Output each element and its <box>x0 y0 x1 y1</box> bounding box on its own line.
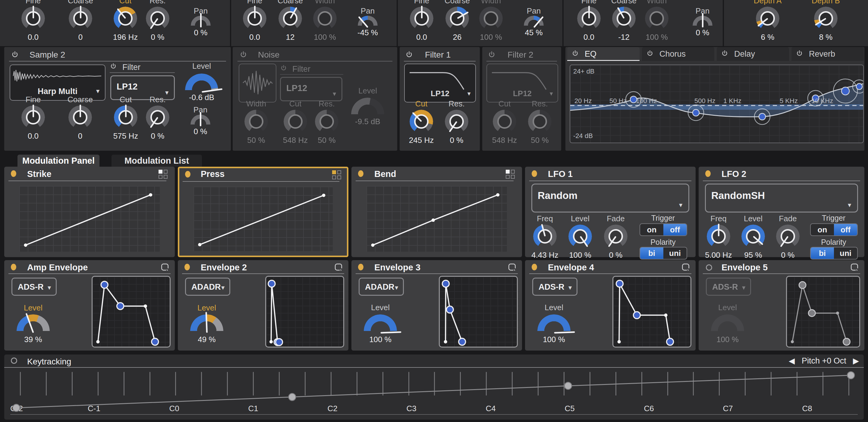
fade-knob[interactable] <box>776 224 800 248</box>
tab-modulation-panel[interactable]: Modulation Panel <box>18 155 99 167</box>
grid-view-icon[interactable] <box>506 170 515 179</box>
strike-panel[interactable]: Strike <box>4 167 175 257</box>
power-icon[interactable] <box>571 50 579 57</box>
fade-knob[interactable] <box>604 224 627 248</box>
trigger-off-button[interactable]: off <box>834 224 857 235</box>
loop-icon[interactable] <box>334 263 343 272</box>
cut-knob[interactable] <box>493 110 516 133</box>
tab-modulation-list[interactable]: Modulation List <box>112 155 202 167</box>
fine-knob[interactable] <box>22 7 45 30</box>
tab-reverb[interactable]: Reverb <box>792 47 864 61</box>
pan-gauge[interactable] <box>358 16 378 26</box>
trigger-toggle[interactable]: on off <box>640 223 687 236</box>
power-icon[interactable] <box>721 50 728 57</box>
trigger-toggle[interactable]: on off <box>810 223 858 236</box>
freq-knob[interactable] <box>533 224 557 248</box>
loop-icon[interactable] <box>507 263 517 272</box>
bend-curve-graph[interactable] <box>367 186 507 252</box>
level-knob[interactable] <box>568 224 592 248</box>
polarity-bi-button[interactable]: bi <box>640 247 663 259</box>
polarity-bi-button[interactable]: bi <box>811 247 834 259</box>
power-icon[interactable] <box>11 51 19 59</box>
loop-icon[interactable] <box>681 263 690 272</box>
grid-view-icon[interactable] <box>332 170 341 179</box>
polarity-toggle[interactable]: bi uni <box>640 247 687 260</box>
env-level-gauge[interactable] <box>364 314 397 331</box>
polarity-uni-button[interactable]: uni <box>663 247 687 259</box>
trigger-on-button[interactable]: on <box>640 224 663 235</box>
eq-graph[interactable]: 24+ dB -24 dB 20 Hz 50 Hz 100 Hz 500 Hz … <box>569 64 864 143</box>
polarity-uni-button[interactable]: uni <box>834 247 857 259</box>
res-knob[interactable] <box>146 106 169 129</box>
coarse-knob[interactable] <box>68 106 92 129</box>
tab-delay[interactable]: Delay <box>717 47 789 61</box>
filter-curve-display[interactable]: LP12 ▼ <box>487 64 558 102</box>
cut-knob[interactable] <box>114 106 137 129</box>
level-knob[interactable] <box>741 224 765 248</box>
filter-type-dropdown[interactable]: LP12 ▼ <box>280 77 342 101</box>
lfo-waveform-dropdown[interactable]: Random ▼ <box>531 184 689 212</box>
env-level-gauge[interactable] <box>537 314 570 331</box>
env-level-gauge[interactable] <box>711 314 744 331</box>
coarse-knob[interactable] <box>69 7 92 30</box>
trigger-off-button[interactable]: off <box>663 224 687 235</box>
pan-gauge[interactable] <box>692 16 712 26</box>
width-knob[interactable] <box>645 7 669 30</box>
power-icon[interactable] <box>239 51 247 59</box>
env-mode-dropdown[interactable]: ADS-R ▼ <box>11 278 57 296</box>
res-knob[interactable] <box>528 110 552 133</box>
envelope3-graph[interactable] <box>439 276 518 348</box>
tab-chorus[interactable]: Chorus <box>642 47 714 61</box>
power-icon[interactable] <box>405 51 413 59</box>
envelope2-graph[interactable] <box>265 276 344 348</box>
pan-gauge[interactable] <box>191 16 211 26</box>
coarse-knob[interactable] <box>278 7 302 30</box>
amp-envelope-graph[interactable] <box>92 276 170 348</box>
depth-a-knob[interactable] <box>756 7 779 30</box>
filter-power-icon[interactable] <box>110 63 117 70</box>
coarse-knob[interactable] <box>445 7 469 30</box>
env-mode-dropdown[interactable]: ADADR ▼ <box>185 278 230 296</box>
polarity-toggle[interactable]: bi uni <box>810 247 858 260</box>
env-mode-dropdown[interactable]: ADS-R ▼ <box>706 278 751 296</box>
sample-level-gauge[interactable] <box>185 73 218 90</box>
env-mode-dropdown[interactable]: ADADR ▼ <box>359 278 404 296</box>
res-knob[interactable] <box>445 110 468 133</box>
trigger-on-button[interactable]: on <box>811 224 834 235</box>
pan-gauge[interactable] <box>190 115 210 124</box>
width-knob[interactable] <box>479 7 503 30</box>
filter-curve-display[interactable]: LP12 ▼ <box>404 64 476 102</box>
press-curve-graph[interactable] <box>193 187 333 251</box>
power-icon[interactable] <box>796 50 803 57</box>
cut-knob[interactable] <box>114 7 137 30</box>
power-icon[interactable] <box>646 50 654 57</box>
fine-knob[interactable] <box>22 106 45 129</box>
grid-view-icon[interactable] <box>158 170 167 179</box>
keytracking-curve[interactable]: C-2 C-1 C0 C1 C2 C3 C4 C5 C6 C7 C8 <box>4 367 864 420</box>
tab-eq[interactable]: EQ <box>567 47 640 61</box>
freq-knob[interactable] <box>707 224 730 248</box>
noise-display[interactable] <box>239 64 276 102</box>
res-knob[interactable] <box>315 110 338 133</box>
depth-b-knob[interactable] <box>814 7 838 30</box>
lfo-waveform-dropdown[interactable]: RandomSH ▼ <box>705 184 858 212</box>
pan-gauge[interactable] <box>524 16 544 26</box>
coarse-knob[interactable] <box>612 7 636 30</box>
env-level-gauge[interactable] <box>190 314 223 331</box>
strike-curve-graph[interactable] <box>19 186 160 252</box>
width-knob[interactable] <box>313 7 337 30</box>
power-icon[interactable] <box>488 51 496 59</box>
fine-knob[interactable] <box>243 7 267 30</box>
noise-level-gauge[interactable] <box>351 98 384 114</box>
fine-knob[interactable] <box>410 7 433 30</box>
cut-knob[interactable] <box>284 110 307 133</box>
filter-power-icon[interactable] <box>280 64 287 72</box>
env-mode-dropdown[interactable]: ADS-R ▼ <box>532 278 578 296</box>
cut-knob[interactable] <box>410 110 433 133</box>
pitch-prev-icon[interactable]: ◀ <box>789 356 795 366</box>
bend-panel[interactable]: Bend <box>351 167 522 257</box>
pitch-next-icon[interactable]: ▶ <box>853 356 859 366</box>
res-knob[interactable] <box>146 7 169 30</box>
envelope5-graph[interactable] <box>786 276 860 348</box>
loop-icon[interactable] <box>160 263 169 272</box>
